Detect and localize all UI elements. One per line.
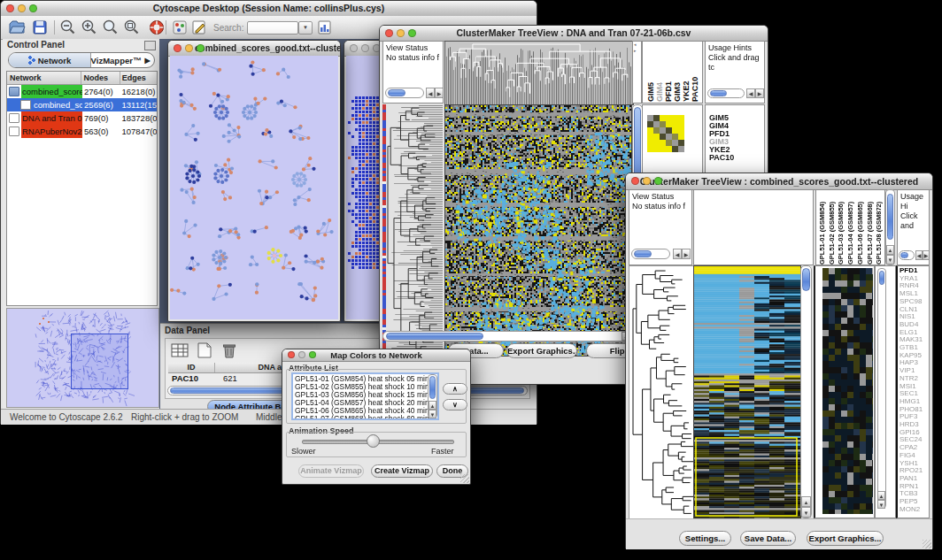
matrix-cell[interactable] bbox=[678, 146, 684, 152]
zoom-fit-icon[interactable] bbox=[123, 19, 141, 36]
scroll-thumb[interactable] bbox=[710, 90, 727, 96]
new-attribute-icon[interactable] bbox=[195, 341, 214, 359]
matrix-cell[interactable] bbox=[660, 146, 666, 152]
minimize-icon[interactable] bbox=[397, 29, 405, 37]
scroll-right-icon[interactable]: ▶ bbox=[435, 88, 444, 98]
birdseye-view[interactable] bbox=[6, 308, 159, 408]
treeview2-titlebar[interactable]: ClusterMaker TreeView : combined_scores_… bbox=[626, 173, 932, 190]
tab-network[interactable]: Network bbox=[9, 53, 91, 67]
collapse-right-icon[interactable]: ▸ bbox=[634, 48, 637, 53]
tv1-status-scroll[interactable] bbox=[385, 88, 424, 98]
network-tree-row[interactable]: DNA and Tran 07769(0)183728(0) bbox=[7, 111, 157, 125]
resize-grip[interactable] bbox=[460, 474, 469, 483]
matrix-cell[interactable] bbox=[678, 140, 684, 146]
col-network[interactable]: Network bbox=[7, 72, 81, 84]
tv2-settings-button[interactable]: Settings... bbox=[679, 531, 731, 546]
matrix-cell[interactable] bbox=[666, 146, 672, 152]
scroll-left-icon[interactable]: ◀ bbox=[915, 250, 923, 260]
matrix-cell[interactable] bbox=[653, 146, 660, 152]
save-icon[interactable] bbox=[31, 19, 49, 36]
tv2-row-dendrogram[interactable] bbox=[629, 265, 694, 520]
collapse-left-icon[interactable]: ◂ bbox=[634, 42, 637, 47]
tv2-col-scroll[interactable]: ▲ ▼ bbox=[885, 189, 895, 265]
scroll-right-icon[interactable]: ▶ bbox=[682, 249, 691, 259]
tab-vizmapper[interactable]: VizMapper™ bbox=[91, 53, 141, 67]
zoom-in-icon[interactable] bbox=[81, 19, 98, 36]
scroll-left-icon[interactable]: ◀ bbox=[673, 249, 682, 259]
speed-slider-thumb[interactable] bbox=[367, 434, 380, 448]
tv2-status-scroll[interactable] bbox=[631, 249, 670, 259]
window-controls[interactable] bbox=[6, 4, 37, 12]
network-list-header[interactable]: Network Nodes Edges bbox=[7, 72, 157, 85]
scroll-right-icon[interactable]: ▶ bbox=[923, 250, 930, 260]
matrix-cell[interactable] bbox=[672, 134, 678, 140]
matrix-cell[interactable] bbox=[647, 115, 653, 121]
zoom-window-icon[interactable] bbox=[408, 29, 416, 37]
scroll-down-icon[interactable]: ▼ bbox=[429, 410, 436, 418]
matrix-cell[interactable] bbox=[678, 127, 684, 134]
tv2-secondary-scroll[interactable] bbox=[877, 268, 886, 509]
matrix-cell[interactable] bbox=[647, 134, 653, 140]
tv2-hints-scroll[interactable] bbox=[899, 250, 915, 260]
scroll-up-icon[interactable]: ▲ bbox=[877, 491, 885, 500]
zoom-window-icon[interactable] bbox=[197, 44, 205, 52]
annotation-icon[interactable] bbox=[190, 19, 208, 36]
matrix-cell[interactable] bbox=[660, 134, 666, 140]
scroll-thumb[interactable] bbox=[429, 376, 436, 399]
matrix-cell[interactable] bbox=[672, 140, 678, 146]
tv1-hints-scroll[interactable] bbox=[707, 88, 745, 98]
matrix-cell[interactable] bbox=[678, 121, 684, 127]
scroll-thumb[interactable] bbox=[634, 250, 652, 257]
scroll-right-icon[interactable]: ▶ bbox=[755, 88, 764, 98]
matrix-cell[interactable] bbox=[660, 115, 666, 121]
tv2-export-graphics-button[interactable]: Export Graphics... bbox=[807, 531, 884, 546]
tv2-heatmap[interactable] bbox=[693, 265, 801, 520]
delete-attribute-icon[interactable] bbox=[220, 341, 239, 359]
tv1-row-dendrogram[interactable] bbox=[386, 104, 443, 355]
dialog-titlebar[interactable]: Map Colors to Network bbox=[282, 349, 470, 362]
scroll-up-icon[interactable]: ▲ bbox=[429, 401, 436, 410]
matrix-cell[interactable] bbox=[660, 121, 666, 127]
matrix-cell[interactable] bbox=[666, 127, 672, 134]
help-ring-icon[interactable] bbox=[148, 19, 166, 36]
close-icon[interactable] bbox=[385, 29, 393, 37]
matrix-cell[interactable] bbox=[647, 121, 653, 127]
matrix-cell[interactable] bbox=[660, 140, 666, 146]
move-up-button[interactable]: ∧ bbox=[443, 383, 467, 395]
search-dropdown[interactable]: ▼ bbox=[298, 21, 313, 35]
table-chart-icon[interactable] bbox=[316, 19, 334, 36]
tv2-save-data-button[interactable]: Save Data... bbox=[740, 531, 796, 546]
tab-overflow-arrow[interactable]: ▶ bbox=[141, 53, 154, 67]
tv2-vscroll[interactable]: ▲ ▼ bbox=[800, 265, 812, 518]
tv2-row-labels-panel[interactable]: PFD1YRA1RNR4MSL1SPC98CLN1NIS1BUD4ELG1MAK… bbox=[896, 265, 930, 518]
matrix-cell[interactable] bbox=[678, 134, 684, 140]
scroll-thumb[interactable] bbox=[388, 89, 405, 96]
matrix-cell[interactable] bbox=[678, 115, 684, 121]
close-icon[interactable] bbox=[174, 44, 181, 52]
col-nodes[interactable]: Nodes bbox=[81, 72, 120, 84]
matrix-cell[interactable] bbox=[672, 121, 678, 127]
attribute-select-icon[interactable] bbox=[170, 341, 189, 359]
matrix-cell[interactable] bbox=[653, 127, 660, 134]
main-titlebar[interactable]: Cytoscape Desktop (Session Name: collins… bbox=[1, 1, 537, 17]
network1-titlebar[interactable]: combined_scores_good.txt--cluste... bbox=[168, 41, 340, 57]
matrix-cell[interactable] bbox=[666, 121, 672, 127]
zoom-window-icon[interactable] bbox=[654, 177, 662, 185]
scroll-thumb[interactable] bbox=[879, 271, 884, 285]
zoom-window-icon[interactable] bbox=[29, 4, 37, 12]
network-tree-row[interactable]: RNAPuberNov2+|563(0)107847(0) bbox=[7, 125, 157, 138]
zoom-out-icon[interactable] bbox=[59, 19, 77, 36]
tv1-column-dendrogram[interactable] bbox=[444, 41, 634, 105]
zoom-selected-icon[interactable] bbox=[102, 19, 120, 36]
open-icon[interactable] bbox=[8, 19, 26, 36]
tv2-column-tree-area[interactable] bbox=[693, 189, 814, 265]
scroll-thumb[interactable] bbox=[887, 194, 893, 240]
zoom-window-icon[interactable] bbox=[309, 351, 316, 358]
scroll-left-icon[interactable]: ◀ bbox=[426, 88, 435, 98]
search-input[interactable] bbox=[247, 21, 298, 35]
close-icon[interactable] bbox=[6, 4, 14, 12]
attribute-list-item[interactable]: GPL51-07 (GSM868) heat shock 60 min bbox=[295, 415, 436, 420]
minimize-icon[interactable] bbox=[361, 44, 369, 52]
tv1-heatmap[interactable] bbox=[444, 104, 632, 357]
network-tree-row[interactable]: combined_scores_2764(0)16218(0) bbox=[7, 85, 157, 98]
